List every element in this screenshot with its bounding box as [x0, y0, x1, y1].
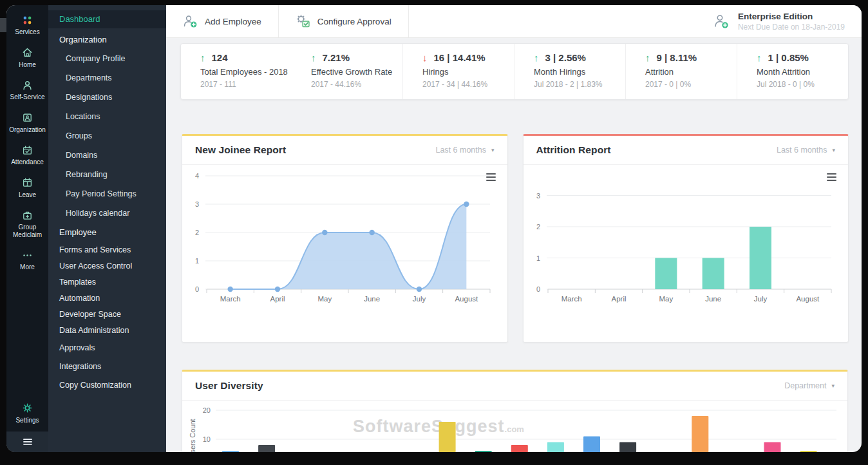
- edition-info[interactable]: Enterprise Edition Next Due Date on 18-J…: [713, 5, 862, 37]
- rail-item-label: Self-Service: [10, 93, 45, 101]
- rail-item-settings[interactable]: Settings: [6, 402, 48, 424]
- hamburger-icon: [21, 435, 34, 448]
- card-header: User Diversity Department ▾: [182, 372, 847, 401]
- sidebar-item-departments[interactable]: Departments: [48, 68, 166, 88]
- rail-item-leave[interactable]: Leave: [6, 176, 48, 199]
- trend-up-icon: ↑: [311, 52, 316, 63]
- sidebar-item-integrations[interactable]: Integrations: [48, 357, 166, 375]
- svg-text:4: 4: [195, 172, 199, 180]
- main-area: Add Employee Configure Approval: [166, 5, 862, 452]
- stat-subvalue: 2017 - 0 | 0%: [645, 80, 737, 89]
- sidebar-item-groups[interactable]: Groups: [48, 126, 166, 146]
- chevron-down-icon: ▾: [491, 147, 495, 153]
- stat-value-row: ↑1 | 0.85%: [757, 52, 848, 63]
- id-card-icon: [21, 111, 33, 124]
- trend-down-icon: ↓: [422, 52, 428, 63]
- trend-up-icon: ↑: [200, 52, 205, 63]
- sidebar-item-locations[interactable]: Locations: [48, 107, 166, 126]
- add-employee-label: Add Employee: [205, 17, 261, 26]
- app-window: ServicesHomeSelf-ServiceOrganizationAtte…: [6, 5, 862, 452]
- sidebar-item-automation[interactable]: Automation: [48, 290, 166, 306]
- svg-text:0: 0: [536, 285, 540, 293]
- rail-item-attendance[interactable]: Attendance: [6, 144, 48, 166]
- svg-text:20: 20: [203, 406, 211, 414]
- edition-person-icon: [713, 14, 730, 29]
- rail-item-more[interactable]: More: [6, 249, 48, 271]
- person-icon: [21, 79, 33, 91]
- rail-item-services[interactable]: Services: [6, 14, 48, 36]
- sidebar-item-data-administration[interactable]: Data Administration: [48, 322, 166, 338]
- user-diversity-chart: 1020Users Count: [182, 400, 846, 452]
- stat-value-row: ↑124: [200, 52, 292, 63]
- sidebar-item-holidays-calendar[interactable]: Holidays calendar: [48, 204, 166, 223]
- rail-item-group-mediclaim[interactable]: Group Mediclaim: [6, 209, 48, 238]
- chart-title: User Diversity: [195, 380, 263, 392]
- stat-subvalue: 2017 - 34 | 44.16%: [422, 80, 514, 89]
- svg-text:March: March: [220, 295, 241, 303]
- sidebar-item-employee[interactable]: Employee: [48, 223, 166, 242]
- range-selector-attrition[interactable]: Last 6 months ▾: [777, 146, 835, 155]
- range-selector-diversity[interactable]: Department ▾: [784, 381, 835, 390]
- rail-item-organization[interactable]: Organization: [6, 111, 48, 134]
- rail-bottom: Settings: [6, 394, 48, 453]
- rail-item-label: More: [20, 263, 35, 271]
- chevron-down-icon: ▾: [832, 147, 835, 153]
- stat-label: Attrition: [645, 67, 737, 77]
- person-add-icon: [183, 14, 198, 28]
- rail-item-label: Attendance: [11, 158, 44, 166]
- stat-label: Effective Growth Rate: [311, 67, 402, 77]
- sidebar-item-rebranding[interactable]: Rebranding: [48, 165, 166, 184]
- sidebar-item-dashboard[interactable]: Dashboard: [48, 10, 166, 28]
- calendar-alert-icon: [21, 176, 33, 189]
- stat-value-row: ↑7.21%: [311, 52, 402, 63]
- sidebar-item-approvals[interactable]: Approvals: [48, 338, 166, 357]
- range-selector-joinee[interactable]: Last 6 months ▾: [435, 146, 494, 155]
- rail-item-label: Settings: [15, 417, 39, 424]
- stat-value: 16 | 14.41%: [434, 52, 486, 63]
- sidebar-item-forms-and-services[interactable]: Forms and Services: [48, 242, 166, 258]
- range-selector-label: Department: [784, 381, 826, 390]
- sidebar-item-domains[interactable]: Domains: [48, 146, 166, 165]
- stat-value: 9 | 8.11%: [657, 52, 697, 63]
- new-joinee-chart: 01234MarchAprilMayJuneJulyAugust: [187, 167, 502, 310]
- stat-total-employees-2018: ↑124Total Employees - 20182017 - 111: [181, 44, 292, 99]
- stat-label: Total Employees - 2018: [200, 67, 292, 77]
- trend-up-icon: ↑: [645, 52, 650, 63]
- stat-value: 3 | 2.56%: [545, 52, 586, 63]
- svg-text:3: 3: [195, 200, 199, 208]
- add-employee-button[interactable]: Add Employee: [166, 5, 279, 37]
- svg-text:July: July: [753, 295, 767, 303]
- svg-text:July: July: [413, 295, 426, 303]
- gear-approval-icon: [296, 14, 311, 28]
- sidebar-item-user-access-control[interactable]: User Access Control: [48, 258, 166, 274]
- rail-item-home[interactable]: Home: [6, 46, 48, 69]
- gear-icon: [21, 402, 33, 415]
- sidebar-item-copy-customization[interactable]: Copy Customization: [48, 375, 166, 394]
- sidebar-item-templates[interactable]: Templates: [48, 274, 166, 290]
- sidebar-item-developer-space[interactable]: Developer Space: [48, 306, 166, 322]
- range-selector-label: Last 6 months: [435, 146, 486, 155]
- svg-text:June: June: [705, 295, 721, 303]
- trend-up-icon: ↑: [757, 52, 762, 63]
- trend-up-icon: ↑: [534, 52, 539, 63]
- svg-text:April: April: [611, 295, 626, 303]
- attrition-chart: 0123MarchAprilMayJuneJulyAugust: [529, 167, 844, 310]
- svg-text:1: 1: [195, 257, 199, 265]
- stat-attrition: ↑9 | 8.11%Attrition2017 - 0 | 0%: [625, 44, 737, 99]
- settings-sidebar: DashboardOrganizationCompany ProfileDepa…: [48, 5, 166, 452]
- sidebar-item-pay-period-settings[interactable]: Pay Period Settings: [48, 184, 166, 204]
- svg-text:1: 1: [536, 254, 540, 262]
- stat-value-row: ↓16 | 14.41%: [422, 52, 514, 63]
- collapse-menu-button[interactable]: [6, 432, 48, 452]
- stat-month-hirings: ↑3 | 2.56%Month HiringsJul 2018 - 2 | 1.…: [514, 44, 625, 99]
- rail-item-self-service[interactable]: Self-Service: [6, 79, 48, 101]
- stat-label: Month Hirings: [534, 67, 625, 77]
- configure-approval-button[interactable]: Configure Approval: [279, 5, 409, 37]
- stat-subvalue: Jul 2018 - 0 | 0%: [757, 80, 848, 89]
- new-joinee-report-card: New Joinee Report Last 6 months ▾ 01234M…: [182, 134, 508, 343]
- sidebar-item-designations[interactable]: Designations: [48, 88, 166, 107]
- sidebar-item-organization[interactable]: Organization: [48, 30, 166, 49]
- svg-text:10: 10: [203, 435, 211, 443]
- chart-title: Attrition Report: [536, 144, 611, 156]
- sidebar-item-company-profile[interactable]: Company Profile: [48, 49, 166, 68]
